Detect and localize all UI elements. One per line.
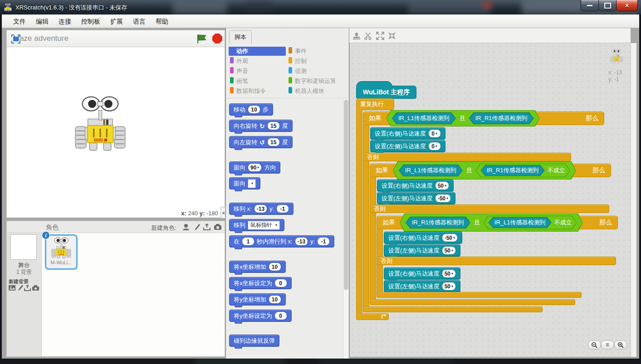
block-set-left-motor[interactable]: 设置(左侧)马达速度 50▾ [384, 280, 460, 292]
block-bounce-on-edge[interactable]: 碰到边缘就反弹 [229, 335, 279, 347]
grow-sprite-icon[interactable] [376, 31, 385, 40]
stop-button[interactable] [212, 34, 222, 44]
zoom-out-button[interactable] [588, 340, 601, 349]
category-looks[interactable]: 外观 [236, 57, 248, 65]
not-operator[interactable]: IR_L1传感器检测到 不成立 [484, 216, 577, 229]
panel-collapse-button[interactable]: ◀ [220, 207, 225, 218]
block-set-left-motor[interactable]: 设置(左侧)马达速度 0▾ [370, 140, 445, 152]
minimize-button[interactable] [581, 0, 599, 11]
stage-thumbnail[interactable] [10, 234, 37, 260]
fullscreen-icon[interactable] [11, 34, 20, 44]
menu-help[interactable]: 帮助 [151, 15, 173, 28]
category-data[interactable]: 数据和指令 [236, 87, 266, 95]
degrees-input[interactable]: 15 [267, 121, 280, 130]
speed-dropdown[interactable]: 50▾ [435, 181, 449, 190]
block-set-right-motor[interactable]: 设置(右侧)马达速度 -50▾ [384, 232, 462, 244]
maximize-button[interactable] [598, 0, 617, 11]
if3-close-bar[interactable] [377, 292, 582, 298]
block-turn-ccw[interactable]: 向左旋转↺15度 [229, 136, 293, 148]
block-point-direction[interactable]: 面向 90▾ 方向 [229, 161, 280, 174]
category-pen[interactable]: 画笔 [236, 77, 248, 85]
if1-else-bar[interactable]: 否则 [363, 153, 571, 161]
sprite-info-badge[interactable]: i [42, 231, 50, 239]
zoom-reset-button[interactable]: = [601, 340, 614, 349]
forever-block-bottom[interactable] [356, 313, 389, 320]
category-control[interactable]: 控制 [295, 57, 307, 65]
block-set-right-motor[interactable]: 设置(右侧)马达速度 50▾ [384, 267, 460, 280]
y-input[interactable]: 0 [274, 311, 287, 320]
and-operator[interactable]: IR_R1传感器检测到 且 IR_L1传感器检测到 不成立 [400, 214, 583, 232]
palette-scrollbar-track[interactable] [343, 98, 349, 359]
green-flag-button[interactable] [196, 34, 207, 44]
scissors-icon[interactable] [364, 31, 373, 40]
speed-dropdown[interactable]: 0▾ [428, 129, 441, 138]
y-input[interactable]: -1 [276, 204, 289, 213]
category-robot[interactable]: 机器人模块 [295, 87, 324, 95]
palette-scrollbar-thumb[interactable] [344, 100, 348, 290]
category-sensing[interactable]: 侦测 [295, 67, 307, 75]
block-set-right-motor[interactable]: 设置(右侧)马达速度 50▾ [377, 180, 454, 192]
sensor-ir-r1[interactable]: IR_R1传感器检测到 [469, 112, 534, 124]
dy-input[interactable]: 10 [269, 295, 281, 304]
sensor-ir-r1[interactable]: IR_R1传感器检测到 [406, 217, 470, 228]
not-operator[interactable]: IR_R1传感器检测到 不成立 [476, 164, 570, 177]
sensor-ir-l1[interactable]: IR_L1传感器检测到 [392, 112, 456, 124]
block-goto-mouse[interactable]: 移到 鼠标指针▾ [229, 219, 284, 231]
speed-dropdown[interactable]: 50▾ [442, 269, 456, 278]
upload-icon[interactable] [203, 223, 211, 231]
block-set-x[interactable]: 将x坐标设定为0 [229, 277, 292, 289]
sprite-tile-selected[interactable]: i M-WuLi... [45, 234, 78, 270]
hat-block-wulibot-main[interactable]: WuLiBot 主程序 [356, 86, 416, 99]
sensor-ir-l1[interactable]: IR_L1传感器检测到 [399, 165, 463, 176]
menu-board[interactable]: 控制板 [76, 15, 105, 28]
x-input[interactable]: 0 [274, 279, 287, 287]
x-input[interactable]: -13 [254, 204, 267, 213]
stage-sprite-robot[interactable] [73, 95, 127, 151]
speed-dropdown[interactable]: 50▾ [442, 282, 456, 291]
sensor-ir-r1[interactable]: IR_R1传感器检测到 [481, 165, 545, 176]
speed-dropdown[interactable]: 50▾ [442, 246, 456, 255]
seconds-input[interactable]: 1 [242, 237, 254, 246]
speed-dropdown[interactable]: -50▾ [435, 194, 451, 203]
block-change-x[interactable]: 将x坐标增加10 [229, 261, 286, 273]
stage-canvas[interactable]: x: 240 y: -180 [6, 47, 225, 218]
block-set-left-motor[interactable]: 设置(左侧)马达速度 -50▾ [377, 192, 455, 204]
and-operator[interactable]: IR_L1传感器检测到 且 IR_R1传感器检测到 [386, 110, 540, 126]
towards-dropdown[interactable]: ▾ [248, 179, 256, 188]
block-change-y[interactable]: 将y坐标增加10 [229, 293, 286, 306]
menu-edit[interactable]: 编辑 [31, 15, 54, 28]
close-button[interactable]: × [616, 0, 638, 11]
new-sprite-library-icon[interactable] [182, 223, 190, 231]
menu-language[interactable]: 语言 [128, 15, 151, 28]
if3-header[interactable]: 如果 IR_R1传感器检测到 且 IR_L1传感器检测到 不成立 那么 [377, 216, 618, 229]
block-turn-cw[interactable]: 向右旋转↻15度 [229, 120, 293, 132]
block-goto-xy[interactable]: 移到 x:-13 y:-1 [229, 203, 294, 215]
if1-wall[interactable] [363, 124, 369, 307]
sensor-ir-l1[interactable]: IR_L1传感器检测到 [489, 217, 552, 228]
backdrop-camera-icon[interactable] [32, 285, 39, 291]
speed-dropdown[interactable]: -50▾ [442, 233, 458, 242]
if2-else-bar[interactable]: 否则 [370, 204, 609, 213]
if2-wall[interactable] [370, 176, 376, 300]
menu-extension[interactable]: 扩展 [105, 15, 128, 28]
if2-header[interactable]: 如果 IR_L1传感器检测到 且 IR_R1传感器检测到 不成立 那么 [370, 164, 611, 177]
forever-block-header[interactable]: 重复执行 [356, 98, 394, 110]
block-move-steps[interactable]: 移动10步 [229, 103, 273, 116]
direction-dropdown[interactable]: 90▾ [248, 163, 262, 172]
x-input[interactable]: -13 [295, 237, 308, 246]
degrees-input[interactable]: 15 [267, 138, 280, 146]
block-set-left-motor[interactable]: 设置(左侧)马达速度 50▾ [384, 244, 460, 257]
menu-connect[interactable]: 连接 [54, 15, 76, 28]
y-input[interactable]: -1 [317, 237, 330, 246]
paintbrush-icon[interactable] [193, 223, 201, 231]
and-operator[interactable]: IR_L1传感器检测到 且 IR_R1传感器检测到 不成立 [393, 161, 576, 180]
category-sound[interactable]: 声音 [236, 67, 248, 75]
tab-scripts[interactable]: 脚本 [229, 30, 252, 44]
if1-close-bar[interactable] [363, 306, 543, 312]
backdrop-upload-icon[interactable] [24, 285, 31, 291]
category-operators[interactable]: 数字和逻辑运算 [295, 77, 336, 85]
if1-header[interactable]: 如果 IR_L1传感器检测到 且 IR_R1传感器检测到 那么 [363, 112, 604, 125]
block-glide[interactable]: 在1 秒内滑行到 x:-13 y:-1 [229, 235, 334, 248]
camera-icon[interactable] [214, 223, 222, 231]
stamp-icon[interactable] [352, 31, 361, 40]
